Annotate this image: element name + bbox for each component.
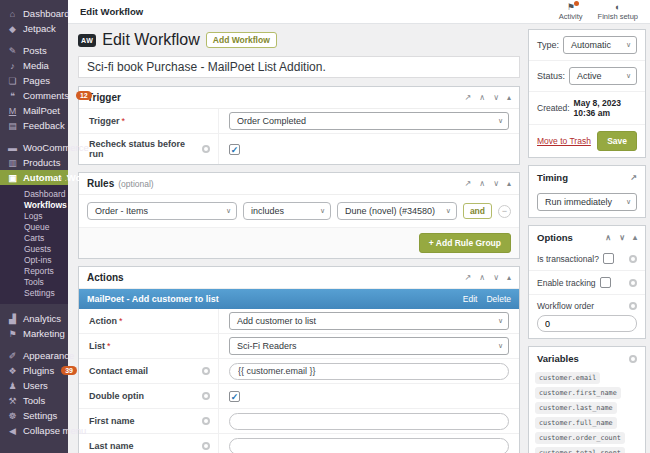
popout-icon[interactable]: ↗	[465, 273, 472, 282]
status-label: Status:	[537, 71, 565, 81]
move-down-icon[interactable]: ∨	[493, 93, 499, 102]
recheck-status-checkbox[interactable]: ✓	[229, 144, 240, 155]
submenu-item-settings[interactable]: Settings	[0, 288, 68, 299]
rule-value-select[interactable]: Dune (novel) (#34580)∨	[337, 202, 457, 220]
move-up-icon[interactable]: ∧	[479, 93, 485, 102]
variable-pill[interactable]: customer.last_name	[535, 402, 617, 414]
variables-panel-title: Variables	[537, 353, 579, 364]
actions-panel-title: Actions	[87, 272, 124, 283]
toggle-panel-icon[interactable]: ▴	[507, 273, 511, 282]
chevron-down-icon: ∨	[226, 207, 231, 215]
submenu-item-optins[interactable]: Opt-ins	[0, 255, 68, 266]
sidebar-item-media[interactable]: ♪Media	[0, 58, 68, 73]
sidebar-item-automatewoo[interactable]: ▣AutomateWoo	[0, 170, 68, 185]
move-up-icon[interactable]: ∧	[479, 179, 485, 188]
sidebar-item-plugins[interactable]: ❖Plugins39	[0, 363, 68, 378]
submenu-item-queue[interactable]: Queue	[0, 222, 68, 233]
sidebar-item-feedback[interactable]: ▤Feedback	[0, 118, 68, 133]
first-name-input[interactable]	[229, 413, 509, 430]
remove-rule-button[interactable]: −	[498, 205, 511, 218]
popout-icon[interactable]: ↗	[465, 179, 472, 188]
workflow-title-input[interactable]	[78, 56, 520, 78]
variable-pill[interactable]: customer.first_name	[535, 387, 621, 399]
sidebar-item-dashboard[interactable]: ⌂Dashboard	[0, 6, 68, 21]
action-select[interactable]: Add customer to list∨	[229, 312, 509, 330]
chevron-down-icon: ∨	[626, 41, 631, 49]
variable-pill[interactable]: customer.full_name	[535, 417, 617, 429]
type-select[interactable]: Automatic∨	[563, 36, 637, 54]
submenu-item-reports[interactable]: Reports	[0, 266, 68, 277]
submenu-item-workflows[interactable]: Workflows	[0, 200, 68, 211]
move-up-icon[interactable]: ∧	[479, 273, 485, 282]
add-workflow-button[interactable]: Add Workflow	[206, 32, 277, 48]
submenu-item-carts[interactable]: Carts	[0, 233, 68, 244]
move-down-icon[interactable]: ∨	[493, 179, 499, 188]
required-mark: *	[122, 116, 126, 126]
posts-icon: ✎	[7, 46, 18, 56]
sidebar-item-settings[interactable]: ☸Settings	[0, 408, 68, 423]
sidebar-item-pages[interactable]: ❏Pages	[0, 73, 68, 88]
move-down-icon[interactable]: ∨	[619, 233, 625, 242]
action-edit-link[interactable]: Edit	[463, 294, 478, 304]
double-optin-checkbox[interactable]: ✓	[229, 391, 240, 402]
sidebar-item-products[interactable]: ▥Products	[0, 155, 68, 170]
trigger-select[interactable]: Order Completed∨	[229, 112, 509, 130]
sidebar-item-mailpoet[interactable]: MMailPoet	[0, 103, 68, 118]
contact-email-input[interactable]	[229, 363, 509, 380]
info-icon	[629, 279, 637, 287]
actions-panel: Actions ↗ ∧ ∨ ▴ MailPoet - Add customer …	[78, 266, 520, 453]
options-panel: Options ∧ ∨ ▴ Is transactional? Enable t…	[528, 225, 646, 339]
jetpack-icon: ◆	[7, 24, 18, 34]
submenu-item-dashboard[interactable]: Dashboard	[0, 189, 68, 200]
toggle-panel-icon[interactable]: ▴	[507, 179, 511, 188]
rule-field-select[interactable]: Order - Items∨	[87, 202, 237, 220]
timing-select[interactable]: Run immediately∨	[537, 193, 637, 211]
toggle-panel-icon[interactable]: ▴	[633, 233, 637, 242]
sidebar-item-jetpack[interactable]: ◆Jetpack	[0, 21, 68, 36]
timing-panel-title: Timing	[537, 172, 568, 183]
sidebar-item-label: WooCommerce	[23, 142, 89, 153]
add-rule-group-button[interactable]: + Add Rule Group	[419, 233, 511, 253]
action-header-bar: MailPoet - Add customer to list Edit Del…	[79, 289, 519, 309]
toggle-panel-icon[interactable]: ▴	[507, 93, 511, 102]
recheck-status-label: Recheck status before run	[89, 139, 202, 159]
popout-icon[interactable]: ↗	[630, 173, 637, 182]
submenu-item-logs[interactable]: Logs	[0, 211, 68, 222]
sidebar-item-collapse-menu[interactable]: ◀Collapse menu	[0, 423, 68, 438]
add-and-rule-button[interactable]: and	[463, 203, 492, 219]
submenu-item-tools[interactable]: Tools	[0, 277, 68, 288]
enable-tracking-checkbox[interactable]	[600, 277, 611, 288]
move-to-trash-link[interactable]: Move to Trash	[537, 136, 591, 146]
sidebar-item-tools[interactable]: ⚒Tools	[0, 393, 68, 408]
list-select[interactable]: Sci-Fi Readers∨	[229, 337, 509, 355]
activity-button[interactable]: ⚑ Activity	[559, 2, 583, 22]
sidebar-item-analytics[interactable]: ▟Analytics	[0, 311, 68, 326]
sidebar-item-marketing[interactable]: ⚑Marketing	[0, 326, 68, 341]
variable-pill[interactable]: customer.email	[535, 372, 600, 384]
variable-pill[interactable]: customer.order_count	[535, 432, 625, 444]
rule-operator-select[interactable]: includes∨	[243, 202, 331, 220]
sidebar-item-label: Feedback	[23, 120, 65, 131]
sidebar-item-comments[interactable]: ❝Comments12	[0, 88, 68, 103]
sidebar-item-woocommerce[interactable]: ▬WooCommerce	[0, 140, 68, 155]
sidebar-item-posts[interactable]: ✎Posts	[0, 43, 68, 58]
variable-pill[interactable]: customer.total_spent	[535, 447, 625, 453]
type-label: Type:	[537, 40, 559, 50]
sidebar-separator	[0, 36, 68, 43]
status-select[interactable]: Active∨	[569, 67, 637, 85]
chevron-down-icon: ∨	[498, 117, 503, 125]
is-transactional-checkbox[interactable]	[603, 253, 614, 264]
action-delete-link[interactable]: Delete	[486, 294, 511, 304]
comments-count-badge: 12	[76, 91, 92, 100]
finish-setup-button[interactable]: ◐ Finish setup	[598, 2, 638, 22]
media-icon: ♪	[7, 61, 18, 71]
move-down-icon[interactable]: ∨	[493, 273, 499, 282]
popout-icon[interactable]: ↗	[465, 93, 472, 102]
submenu-item-guests[interactable]: Guests	[0, 244, 68, 255]
move-up-icon[interactable]: ∧	[605, 233, 611, 242]
save-button[interactable]: Save	[597, 131, 637, 151]
last-name-input[interactable]	[229, 438, 509, 453]
sidebar-item-users[interactable]: ♟Users	[0, 378, 68, 393]
workflow-order-input[interactable]	[537, 315, 637, 332]
sidebar-item-appearance[interactable]: ✐Appearance	[0, 348, 68, 363]
